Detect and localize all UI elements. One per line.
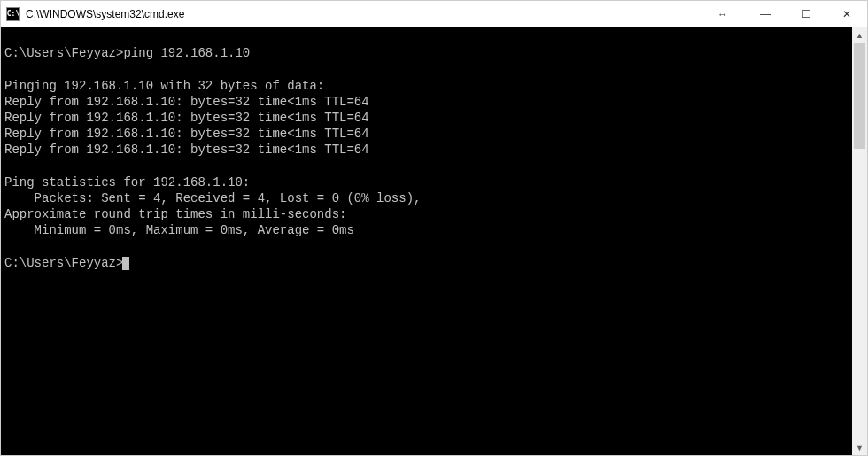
scroll-up-button[interactable]: ▲ xyxy=(852,27,867,43)
command-prompt[interactable]: C:\Users\Feyyaz> xyxy=(4,256,123,270)
scrollbar-thumb[interactable] xyxy=(854,43,865,149)
text-cursor xyxy=(122,257,129,270)
window-controls: — ☐ ✕ xyxy=(745,1,867,27)
cmd-window: C:\ C:\WINDOWS\system32\cmd.exe ↔ — ☐ ✕ … xyxy=(0,0,868,456)
minimize-button[interactable]: — xyxy=(745,1,786,27)
scrollbar-track[interactable] xyxy=(852,43,867,440)
scroll-down-button[interactable]: ▼ xyxy=(852,440,867,455)
window-title: C:\WINDOWS\system32\cmd.exe xyxy=(26,8,184,20)
cmd-icon: C:\ xyxy=(6,7,20,21)
titlebar[interactable]: C:\ C:\WINDOWS\system32\cmd.exe ↔ — ☐ ✕ xyxy=(1,1,867,27)
client-area: C:\Users\Feyyaz>ping 192.168.1.10 Pingin… xyxy=(1,27,867,455)
terminal-output[interactable]: C:\Users\Feyyaz>ping 192.168.1.10 Pingin… xyxy=(1,27,852,455)
maximize-button[interactable]: ☐ xyxy=(786,1,826,27)
resize-horiz-icon: ↔ xyxy=(700,9,745,19)
close-button[interactable]: ✕ xyxy=(826,1,867,27)
vertical-scrollbar[interactable]: ▲ ▼ xyxy=(852,27,867,455)
